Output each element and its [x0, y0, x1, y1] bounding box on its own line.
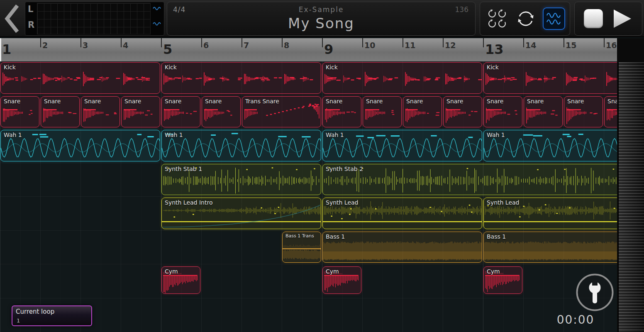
song-title: My Song	[167, 15, 475, 32]
region-label: Snare	[527, 98, 544, 105]
song-info-panel[interactable]: 4/4 Ex-Sample 136 My Song	[167, 2, 476, 36]
region-label: Bass 1 Trans	[285, 233, 314, 239]
region-wah-1[interactable]: Wah 1	[483, 130, 617, 161]
ruler-tick	[282, 38, 283, 47]
region-cym[interactable]: Cym	[322, 266, 361, 294]
region-wah-1[interactable]: Wah 1	[0, 130, 160, 161]
region-snare[interactable]: Snare	[443, 96, 482, 128]
region-snare[interactable]: Snare	[604, 96, 617, 128]
region-label: Cym	[326, 268, 339, 275]
region-wah-1[interactable]: Wah 1	[161, 130, 321, 161]
cycle-button[interactable]	[514, 6, 538, 32]
cycle-icon	[514, 7, 537, 30]
region-synth-lead[interactable]: Synth Lead	[322, 198, 482, 229]
ruler-bar-number: 1	[2, 42, 11, 57]
zoom-scrollbar[interactable]	[618, 62, 644, 332]
region-snare[interactable]: Snare	[202, 96, 241, 128]
ruler-bar-number: 10	[364, 41, 375, 50]
chevron-left-icon	[2, 1, 22, 36]
region-snare[interactable]: Snare	[121, 96, 160, 128]
ruler-tick	[40, 38, 41, 47]
level-meter-panel: L R	[25, 2, 164, 36]
track-row-cym: CymCymCym	[0, 264, 617, 298]
region-snare[interactable]: Snare	[564, 96, 603, 128]
region-label: Snare	[326, 98, 342, 105]
region-label: Snare	[4, 98, 20, 105]
track-row-lead: Synth Lead IntroSynth LeadSynth Lead	[0, 197, 617, 231]
bpm-value: 136	[455, 5, 468, 14]
region-kick[interactable]: Kick	[0, 62, 160, 94]
meter-wave-icon	[152, 6, 162, 11]
ruler-tick	[443, 38, 444, 47]
ruler-bar-number: 15	[566, 41, 576, 50]
track-row-wah: Wah 1Wah 1Wah 1Wah 1	[0, 129, 617, 163]
region-wah-1[interactable]: Wah 1	[322, 130, 482, 161]
region-label: Snare	[366, 98, 383, 105]
region-label: Synth Lead Intro	[165, 199, 212, 206]
region-snare[interactable]: Snare	[0, 96, 39, 128]
stop-button[interactable]	[584, 9, 603, 28]
meter-left-label: L	[28, 4, 33, 14]
region-label: Wah 1	[326, 132, 344, 138]
region-snare[interactable]: Snare	[524, 96, 563, 128]
region-kick[interactable]: Kick	[322, 62, 482, 94]
back-button[interactable]	[0, 0, 24, 37]
region-label: Bass 1	[326, 233, 345, 240]
region-bass-1[interactable]: Bass 1	[483, 232, 617, 263]
track-row-snare: SnareSnareSnareSnareSnareSnareTrans Snar…	[0, 95, 617, 129]
region-synth-lead-intro[interactable]: Synth Lead Intro	[161, 198, 321, 229]
ruler-bar-number: 13	[485, 42, 504, 57]
current-loop-value: 1	[17, 317, 20, 324]
region-label: Synth Stab 1	[165, 166, 202, 172]
ruler-tick	[121, 38, 122, 47]
region-snare[interactable]: Snare	[81, 96, 120, 128]
region-label: Wah 1	[165, 132, 183, 138]
ruler-bar-number: 4	[123, 41, 128, 50]
bar-ruler[interactable]: 12345678910111213141516	[0, 38, 617, 61]
ruler-tick	[604, 38, 605, 47]
ruler-tick	[523, 38, 524, 47]
region-synth-stab-2[interactable]: Synth Stab 2	[322, 164, 617, 195]
region-kick[interactable]: Kick	[483, 62, 617, 94]
wrench-icon	[575, 273, 615, 312]
region-synth-lead[interactable]: Synth Lead	[483, 198, 617, 229]
region-label: Synth Lead	[326, 199, 359, 206]
current-loop-box[interactable]: Current loop 1	[12, 305, 92, 326]
region-trans-snare[interactable]: Trans Snare	[242, 96, 321, 128]
app-root: L R 4/4 Ex-Sample 136 My Song	[0, 0, 644, 332]
loop-button[interactable]	[485, 6, 509, 32]
time-display: 00:00	[551, 313, 600, 327]
ruler-bar-number: 7	[244, 41, 249, 50]
ruler-bar-number: 12	[445, 41, 456, 50]
mode-icons-panel	[480, 2, 570, 36]
region-snare[interactable]: Snare	[161, 96, 200, 128]
region-snare[interactable]: Snare	[363, 96, 402, 128]
ruler-tick	[161, 38, 162, 47]
region-label: Snare	[567, 98, 584, 105]
region-snare[interactable]: Snare	[483, 96, 522, 128]
region-label: Trans Snare	[245, 98, 279, 105]
region-snare[interactable]: Snare	[322, 96, 361, 128]
region-cym[interactable]: Cym	[161, 266, 200, 294]
region-snare[interactable]: Snare	[403, 96, 442, 128]
region-label: Wah 1	[487, 132, 505, 138]
region-label: Synth Stab 2	[326, 166, 363, 172]
region-synth-stab-1[interactable]: Synth Stab 1	[161, 164, 321, 195]
region-bass-1-trans[interactable]: Bass 1 Trans	[282, 232, 321, 263]
meter-wave-icon	[152, 21, 162, 27]
region-label: Snare	[487, 98, 503, 105]
region-label: Snare	[205, 98, 222, 105]
ruler-tick	[80, 38, 81, 47]
top-bar: L R 4/4 Ex-Sample 136 My Song	[0, 0, 644, 37]
region-label: Kick	[487, 64, 499, 71]
region-snare[interactable]: Snare	[41, 96, 80, 128]
region-bass-1[interactable]: Bass 1	[322, 232, 482, 263]
tools-button[interactable]	[575, 273, 615, 312]
region-kick[interactable]: Kick	[161, 62, 321, 94]
region-cym[interactable]: Cym	[483, 266, 522, 294]
play-button[interactable]	[612, 7, 633, 30]
region-label: Snare	[165, 98, 181, 105]
ruler-bar-number: 5	[163, 42, 172, 57]
ruler-bar-number: 14	[525, 41, 536, 50]
waveform-mode-button[interactable]	[543, 7, 565, 30]
